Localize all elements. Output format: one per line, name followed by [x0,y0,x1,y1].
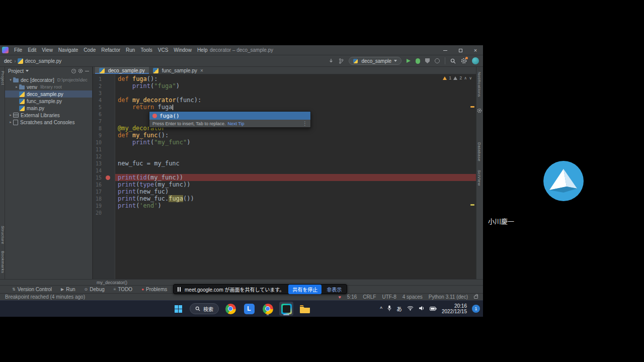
menu-refactor[interactable]: Refactor [99,46,123,54]
gutter-row[interactable]: 1 [93,75,115,82]
tab-func_sample.py[interactable]: func_sample.py× [149,67,207,74]
menu-edit[interactable]: Edit [25,46,39,54]
heart-icon[interactable]: ♥ [338,295,341,300]
taskbar-clock[interactable]: 20:16 2022/12/15 [442,303,467,314]
stripe-settings-gear-icon[interactable] [477,106,482,115]
branch-icon[interactable] [339,58,344,64]
update-project-icon[interactable] [329,58,334,63]
code-line-17[interactable]: print(new_fuc) [115,188,476,195]
chrome-app-icon-2[interactable] [261,302,275,316]
gutter-row[interactable]: 16 [93,181,115,188]
tree-item-deco_sample.py[interactable]: deco_sample.py [5,90,92,98]
completion-item[interactable]: fuga() [149,112,310,120]
status-widget-utf-8[interactable]: UTF-8 [382,294,396,300]
gutter-row[interactable]: 12 [93,153,115,160]
profiler-button[interactable] [435,58,440,63]
hide-button[interactable]: 非表示 [326,285,343,294]
user-avatar[interactable] [472,57,479,64]
project-panel-title[interactable]: Project [8,68,24,74]
stripe-notifications[interactable]: Notifications [477,72,481,97]
gutter-row[interactable]: 15 [93,174,115,181]
gutter-row[interactable]: 10 [93,139,115,146]
scrollbar-warning-mark[interactable] [470,106,474,108]
volume-icon[interactable] [419,306,425,312]
tree-item-func_sample.py[interactable]: func_sample.py [5,98,92,105]
menu-navigate[interactable]: Navigate [56,46,80,54]
toolwindow-version-control[interactable]: ⇅Version Control [12,287,52,292]
gutter-row[interactable]: 14 [93,167,115,174]
battery-icon[interactable] [430,306,437,312]
ime-indicator[interactable]: あ [396,305,402,313]
tree-item-main.py[interactable]: main.py [5,105,92,112]
coverage-button[interactable] [425,58,430,63]
editor-code[interactable]: def fuga(): print("fuga")def my_decorato… [115,74,476,279]
code-line-19[interactable]: print('end') [115,202,476,209]
tree-item-external-libraries[interactable]: ▸External Libraries [5,112,92,119]
more-options-icon[interactable]: ⋮ [302,121,307,126]
status-widget-python-3.11-dec[interactable]: Python 3.11 (dec) [429,294,468,300]
editor-body[interactable]: 1234567891011121314151617181920 def fuga… [93,74,476,279]
code-line-15[interactable]: print(id(my_func)) [115,174,476,181]
file-explorer-icon[interactable] [298,302,312,316]
prev-problem-icon[interactable]: ∧ [464,76,467,80]
menu-vcs[interactable]: VCS [155,46,171,54]
run-button[interactable] [407,59,411,63]
close-button[interactable]: × [468,45,483,55]
tab-close-icon[interactable]: × [200,68,203,73]
toolwindow-debug[interactable]: ⊙Debug [85,287,105,292]
stripe-sciview[interactable]: SciView [477,170,481,186]
locate-file-icon[interactable] [71,69,76,73]
next-problem-icon[interactable]: ∨ [469,76,472,80]
menu-window[interactable]: Window [171,46,194,54]
code-line-16[interactable]: print(type(my_func)) [115,181,476,188]
stripe-project[interactable]: Project [1,71,5,85]
taskbar-search[interactable]: 検索 [190,303,219,314]
pycharm-app-icon[interactable] [279,302,293,316]
breadcrumb-project[interactable]: dec [4,58,12,64]
settings-gear-icon[interactable] [461,58,467,64]
chevron-down-icon[interactable] [26,70,29,72]
toolwindow-problems[interactable]: ●Problems [141,287,167,292]
gutter-row[interactable]: 18 [93,195,115,202]
minimize-button[interactable] [438,45,453,55]
gutter-row[interactable]: 6 [93,111,115,118]
code-line-5[interactable]: return fuga [115,104,476,111]
stripe-structure[interactable]: Structure [1,226,5,244]
breadcrumb-file[interactable]: deco_sample.py [25,58,61,64]
tree-item-scratches-and-consoles[interactable]: ▸Scratches and Consoles [5,119,92,126]
menu-file[interactable]: File [12,46,25,54]
maximize-button[interactable] [453,45,468,55]
gutter-row[interactable]: 8 [93,125,115,132]
gutter-row[interactable]: 19 [93,202,115,209]
code-line-4[interactable]: def my_decorator(func): [115,97,476,104]
tree-item-dec-decorator[interactable]: ▾dec [decorator]D:\projects\dec [5,76,92,83]
hide-panel-icon[interactable] [85,71,89,71]
inspections-widget[interactable]: 1 2 ∧ ∨ [443,75,472,80]
code-line-13[interactable]: new_fuc = my_func [115,160,476,167]
gutter-row[interactable]: 13 [93,160,115,167]
menu-tools[interactable]: Tools [138,46,154,54]
next-tip-link[interactable]: Next Tip [227,121,244,126]
code-line-11[interactable] [115,146,476,153]
code-line-18[interactable]: print(new_fuc.fuga()) [115,195,476,202]
gutter-row[interactable]: 5 [93,104,115,111]
debug-button[interactable] [416,58,420,64]
code-line-10[interactable]: print("my_func") [115,139,476,146]
tray-expand-icon[interactable]: ^ [380,306,382,312]
chrome-app-icon[interactable] [223,302,237,316]
gutter-row[interactable]: 11 [93,146,115,153]
stripe-database[interactable]: Database [477,142,481,161]
panel-settings-gear-icon[interactable] [78,68,83,73]
code-line-12[interactable] [115,153,476,160]
menu-view[interactable]: View [39,46,55,54]
status-widget-4-spaces[interactable]: 4 spaces [403,294,423,300]
tab-deco_sample.py[interactable]: deco_sample.py [95,67,149,74]
menu-run[interactable]: Run [123,46,137,54]
code-line-9[interactable]: def my_func(): [115,132,476,139]
gutter-row[interactable]: 17 [93,188,115,195]
wifi-icon[interactable] [407,306,414,312]
toolwindow-todo[interactable]: ≡TODO [114,287,132,292]
scrollbar-warning-mark[interactable] [470,204,474,206]
gutter-row[interactable]: 4 [93,97,115,104]
code-line-2[interactable]: print("fuga") [115,82,476,89]
